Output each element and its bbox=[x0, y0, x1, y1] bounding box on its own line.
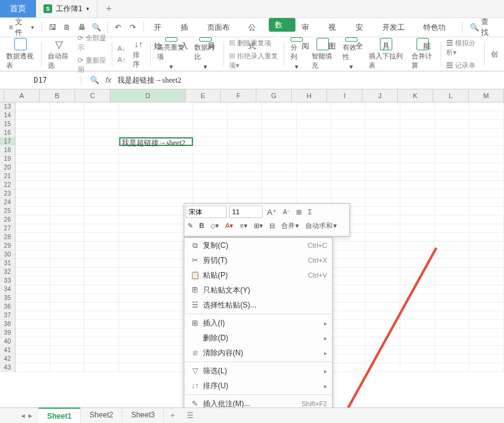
cell-C37[interactable] bbox=[84, 311, 119, 320]
cell-C35[interactable] bbox=[84, 294, 119, 302]
cell-F17[interactable] bbox=[228, 137, 263, 146]
cell-E20[interactable] bbox=[193, 163, 228, 172]
menu-tab-8[interactable]: 开发工具 bbox=[376, 18, 417, 37]
cell-M39[interactable] bbox=[469, 329, 504, 337]
cell-E16[interactable] bbox=[193, 129, 228, 137]
cell-B40[interactable] bbox=[50, 337, 85, 346]
validation-button[interactable]: 有效性▾ bbox=[339, 37, 364, 71]
cell-K38[interactable] bbox=[400, 320, 435, 329]
cell-M18[interactable] bbox=[469, 146, 504, 155]
cell-M41[interactable] bbox=[469, 346, 504, 355]
cell-C30[interactable] bbox=[84, 250, 119, 259]
row-header-21[interactable]: 21 bbox=[0, 172, 16, 181]
cell-J34[interactable] bbox=[366, 285, 400, 294]
ctx-item-11[interactable]: ↓↑排序(U)▸ bbox=[184, 378, 332, 393]
cell-K17[interactable] bbox=[400, 137, 435, 146]
cell-I31[interactable] bbox=[331, 259, 366, 268]
cell-I16[interactable] bbox=[331, 129, 366, 137]
cell-B28[interactable] bbox=[50, 233, 85, 242]
menu-tab-6[interactable]: 视图 bbox=[322, 18, 349, 37]
ctx-item-2[interactable]: 📋粘贴(P)Ctrl+V bbox=[184, 268, 332, 283]
cell-H13[interactable] bbox=[297, 102, 331, 111]
cell-J36[interactable] bbox=[366, 302, 400, 311]
align-icon[interactable]: ≡▾ bbox=[238, 222, 249, 230]
font-size-select[interactable] bbox=[229, 206, 263, 218]
cell-M17[interactable] bbox=[469, 137, 504, 146]
cell-C41[interactable] bbox=[84, 346, 119, 355]
row-header-13[interactable]: 13 bbox=[0, 102, 16, 111]
cell-K14[interactable] bbox=[400, 111, 435, 120]
cell-A25[interactable] bbox=[16, 207, 50, 216]
cell-D18[interactable] bbox=[119, 146, 193, 155]
cell-A39[interactable] bbox=[16, 329, 50, 337]
menu-tab-7[interactable]: 安全 bbox=[349, 18, 376, 37]
cell-L26[interactable] bbox=[435, 216, 470, 224]
cell-L24[interactable] bbox=[435, 198, 470, 207]
row-header-28[interactable]: 28 bbox=[0, 233, 16, 242]
cell-J14[interactable] bbox=[366, 111, 400, 120]
sort-buttons[interactable]: A↓A↑ bbox=[115, 45, 128, 63]
cell-K24[interactable] bbox=[400, 198, 435, 207]
sheet-nav[interactable]: ◂▸ bbox=[15, 411, 38, 420]
cell-C14[interactable] bbox=[84, 111, 119, 120]
cell-L25[interactable] bbox=[435, 207, 470, 216]
cell-M23[interactable] bbox=[469, 189, 504, 198]
cell-D17[interactable]: 我是超链接→sheet2 bbox=[119, 137, 193, 146]
row-header-32[interactable]: 32 bbox=[0, 268, 16, 276]
cell-D37[interactable] bbox=[119, 311, 193, 320]
cell-L37[interactable] bbox=[435, 311, 470, 320]
ctx-item-4[interactable]: ☱选择性粘贴(S)... bbox=[184, 298, 332, 312]
cell-M34[interactable] bbox=[469, 285, 504, 294]
border-icon[interactable]: ⊞▾ bbox=[252, 222, 265, 230]
cell-B22[interactable] bbox=[50, 181, 85, 189]
format-painter-icon[interactable]: ✎ bbox=[186, 222, 195, 230]
row-header-22[interactable]: 22 bbox=[0, 181, 16, 189]
cell-A40[interactable] bbox=[16, 337, 50, 346]
cell-B20[interactable] bbox=[50, 163, 85, 172]
cell-D29[interactable] bbox=[119, 242, 193, 250]
col-header-J[interactable]: J bbox=[362, 89, 398, 102]
row-header-41[interactable]: 41 bbox=[0, 346, 16, 355]
cell-H18[interactable] bbox=[297, 146, 331, 155]
smart-fill-button[interactable]: 智能填充 bbox=[308, 37, 338, 71]
cell-L40[interactable] bbox=[435, 337, 470, 346]
cell-H19[interactable] bbox=[297, 155, 331, 163]
cell-K13[interactable] bbox=[400, 102, 435, 111]
merge-cells-button[interactable]: ⊞ bbox=[294, 208, 304, 216]
cell-D34[interactable] bbox=[119, 285, 193, 294]
cell-C38[interactable] bbox=[84, 320, 119, 329]
cell-L16[interactable] bbox=[435, 129, 470, 137]
font-color-icon[interactable]: A▾ bbox=[223, 222, 235, 230]
cell-K23[interactable] bbox=[400, 189, 435, 198]
cell-K42[interactable] bbox=[400, 355, 435, 363]
cell-J13[interactable] bbox=[366, 102, 400, 111]
print-icon[interactable]: 🖶 bbox=[77, 22, 87, 32]
redo-icon[interactable]: ↷ bbox=[128, 22, 138, 32]
cell-B43[interactable] bbox=[50, 363, 85, 372]
cell-F20[interactable] bbox=[228, 163, 263, 172]
row-header-40[interactable]: 40 bbox=[0, 337, 16, 346]
ctx-item-10[interactable]: ▽筛选(L)▸ bbox=[184, 363, 332, 378]
document-tab[interactable]: S 工作簿1 ▾ bbox=[36, 0, 97, 17]
cell-B34[interactable] bbox=[50, 285, 85, 294]
cell-E18[interactable] bbox=[193, 146, 228, 155]
cell-K35[interactable] bbox=[400, 294, 435, 302]
row-header-39[interactable]: 39 bbox=[0, 329, 16, 337]
file-menu[interactable]: ≡ 文件 ▾ bbox=[5, 17, 38, 38]
cell-B18[interactable] bbox=[50, 146, 85, 155]
cell-I37[interactable] bbox=[331, 311, 366, 320]
cell-I23[interactable] bbox=[331, 189, 366, 198]
cell-F19[interactable] bbox=[228, 155, 263, 163]
cell-G14[interactable] bbox=[262, 111, 297, 120]
cell-A15[interactable] bbox=[16, 120, 50, 129]
sheet-tab-Sheet3[interactable]: Sheet3 bbox=[122, 407, 164, 422]
cell-C25[interactable] bbox=[84, 207, 119, 216]
search-menu[interactable]: 🔍 查找 bbox=[466, 17, 499, 38]
cell-L28[interactable] bbox=[435, 233, 470, 242]
cell-G13[interactable] bbox=[262, 102, 297, 111]
dropdown-icon[interactable]: ▾ bbox=[86, 6, 89, 12]
merge-dropdown[interactable]: 合并▾ bbox=[279, 221, 301, 230]
cell-I33[interactable] bbox=[331, 276, 366, 285]
cell-L34[interactable] bbox=[435, 285, 470, 294]
cell-B42[interactable] bbox=[50, 355, 85, 363]
